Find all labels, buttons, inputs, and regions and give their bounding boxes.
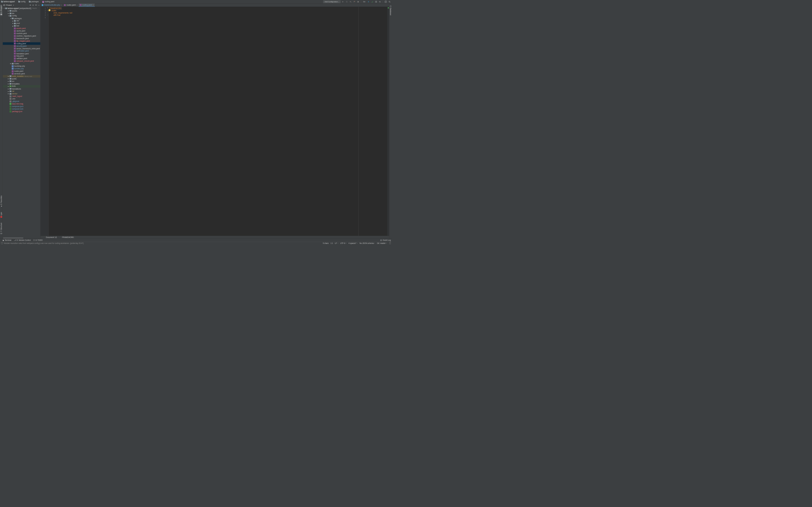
close-tab-button[interactable]: × — [61, 4, 62, 6]
breadcrumb-element[interactable]: FRAMEWORK: — [62, 236, 74, 238]
editor-tab[interactable]: routing.yaml× — [79, 4, 95, 7]
tool-tab-structure[interactable]: 7: Structure — [0, 222, 2, 235]
tree-folder[interactable]: ▼packages — [3, 17, 41, 20]
tree-file[interactable]: sensio_framework_extra.yaml — [3, 47, 41, 50]
git-commit-button[interactable] — [371, 0, 374, 3]
search-everywhere-button[interactable] — [388, 0, 391, 3]
close-tab-button[interactable]: × — [93, 4, 94, 6]
tree-folder[interactable]: ▶var — [3, 90, 41, 93]
line-ending-selector[interactable]: LF⇕ — [335, 242, 338, 244]
collapse-all-button[interactable] — [32, 4, 34, 6]
dropdown-arrow-icon[interactable]: ▼ — [13, 4, 14, 6]
vcs-icon: ⎇ — [14, 239, 16, 241]
tree-file[interactable]: .env — [3, 98, 41, 100]
fold-end-marker[interactable]: ⊥ — [47, 14, 48, 15]
tool-tab-npm[interactable]: npm — [0, 211, 2, 219]
tree-folder[interactable]: ▶prod — [3, 22, 41, 25]
tree-file[interactable]: twig.yaml — [3, 55, 41, 57]
project-tree[interactable]: ▼tarbes-appart [webpacktest2]/Applic▶ass… — [3, 7, 41, 237]
tree-folder[interactable]: ▶test — [3, 25, 41, 27]
tree-file[interactable]: validator.yaml — [3, 57, 41, 60]
read-only-lock-icon[interactable] — [389, 242, 391, 244]
tree-folder[interactable]: ▶public — [3, 77, 41, 80]
run-button[interactable] — [342, 0, 345, 3]
tree-folder[interactable]: ▶tests — [3, 85, 41, 88]
tree-file[interactable]: routing.yaml — [3, 42, 41, 45]
editor-tab[interactable]: routes.yaml× — [63, 4, 79, 7]
tree-file[interactable]: services.yaml — [3, 72, 41, 75]
tree-file[interactable]: doctrine_migrations.yaml — [3, 35, 41, 37]
project-panel-title[interactable]: Project — [6, 4, 12, 6]
tool-tab-database[interactable]: Database — [390, 4, 392, 16]
tree-folder[interactable]: ▶node_moduleslibrary root — [3, 75, 41, 77]
tree-file[interactable]: framework.yaml — [3, 37, 41, 40]
stop-button[interactable] — [357, 0, 360, 3]
tool-tab-terminal[interactable]: ▣Terminal — [1, 239, 13, 241]
tree-file[interactable]: liip_imagine.yaml — [3, 40, 41, 42]
tree-file[interactable]: webpack_encore.yaml — [3, 60, 41, 62]
tree-file[interactable]: doctrine.yaml — [3, 32, 41, 35]
tree-file[interactable]: .bash_logout — [3, 95, 41, 98]
tree-file[interactable]: .gitignore — [3, 100, 41, 103]
tree-file[interactable]: bootstrap.php — [3, 65, 41, 67]
profile-button[interactable] — [353, 0, 356, 3]
tree-folder[interactable]: ▶bin — [3, 12, 41, 15]
tree-file[interactable]: composer.json — [3, 105, 41, 108]
git-branch-selector[interactable]: Git: master⇕ — [377, 242, 387, 244]
document-indicator[interactable]: Document 1/1 — [46, 236, 57, 238]
encoding-selector[interactable]: UTF-8⇕ — [340, 242, 347, 244]
error-stripe[interactable] — [388, 7, 389, 236]
tree-file[interactable]: bundles.php — [3, 67, 41, 70]
tree-file[interactable]: cache.yaml — [3, 30, 41, 32]
panel-hide-button[interactable]: — — [38, 4, 40, 6]
breadcrumb-config[interactable]: config — [18, 1, 26, 3]
close-tab-button[interactable]: × — [77, 4, 77, 6]
svg-rect-9 — [0, 216, 2, 218]
ide-settings-button[interactable] — [384, 0, 388, 3]
tree-folder[interactable]: ▶templates — [3, 82, 41, 85]
indent-selector[interactable]: 4 spaces*⇕ — [349, 242, 357, 244]
tree-file[interactable]: base.html.twig — [3, 103, 41, 105]
scroll-from-source-button[interactable]: ⊕ — [30, 4, 31, 6]
tool-tab-todo[interactable]: ☲6: TODO — [32, 239, 44, 241]
tree-folder[interactable]: ▶routes — [3, 62, 41, 65]
git-pull-button[interactable] — [367, 0, 370, 3]
tool-tab-project[interactable]: 1: Project — [0, 4, 2, 16]
fold-marker[interactable]: ⊟ — [47, 10, 48, 11]
tree-folder[interactable]: ▶src — [3, 80, 41, 82]
git-revert-button[interactable] — [378, 0, 382, 3]
breadcrumb-routing[interactable]: routing.yaml — [42, 1, 55, 3]
tree-folder[interactable]: ▼config — [3, 15, 41, 17]
intention-bulb-icon[interactable] — [49, 9, 50, 11]
tree-folder[interactable]: ▶vendor — [3, 93, 41, 95]
tool-tab-vcs[interactable]: ⎇9: Version Control — [13, 239, 32, 241]
folder-icon — [10, 93, 11, 94]
breadcrumb-packages[interactable]: packages — [29, 1, 39, 3]
tree-folder[interactable]: ▶dev — [3, 20, 41, 22]
fold-marker[interactable]: ⊟ — [47, 7, 48, 9]
json-icon — [10, 108, 11, 110]
tree-file[interactable]: assets.yaml — [3, 27, 41, 30]
tree-file[interactable]: composer.lock — [3, 108, 41, 110]
editor-tab[interactable]: HomeController.php× — [41, 4, 63, 7]
tree-file[interactable]: swiftmailer.yaml — [3, 50, 41, 52]
tree-file[interactable]: security.yaml — [3, 45, 41, 47]
tree-file[interactable]: package.json — [3, 110, 41, 113]
tool-tab-favorites[interactable]: ★2: Favorites — [0, 194, 2, 208]
code-editor[interactable]: FRAMEWORK: router: strict_requirements: … — [49, 7, 388, 236]
tree-folder[interactable]: ▶translations — [3, 88, 41, 90]
tree-file[interactable]: translation.yaml — [3, 52, 41, 55]
tree-folder[interactable]: ▶assets — [3, 10, 41, 12]
git-history-button[interactable] — [375, 0, 378, 3]
panel-settings-button[interactable]: ⚙ — [35, 4, 37, 6]
run-coverage-button[interactable] — [349, 0, 352, 3]
debug-button[interactable] — [345, 0, 349, 3]
breadcrumb-tarbes-appart[interactable]: tarbes-appart — [1, 1, 15, 3]
add-configuration-button[interactable]: Add Configuration... — [323, 0, 341, 3]
json-schema-selector[interactable]: No JSON schema⇕ — [359, 242, 375, 244]
tree-file[interactable]: ▼tarbes-appart [webpacktest2]/Applic — [3, 7, 41, 10]
tree-file[interactable]: routes.yaml — [3, 70, 41, 72]
status-caret-position[interactable]: 1:1 — [331, 242, 333, 244]
event-log-button[interactable]: Event Log — [380, 239, 391, 241]
line-number-gutter[interactable]: 12345 — [41, 7, 47, 236]
